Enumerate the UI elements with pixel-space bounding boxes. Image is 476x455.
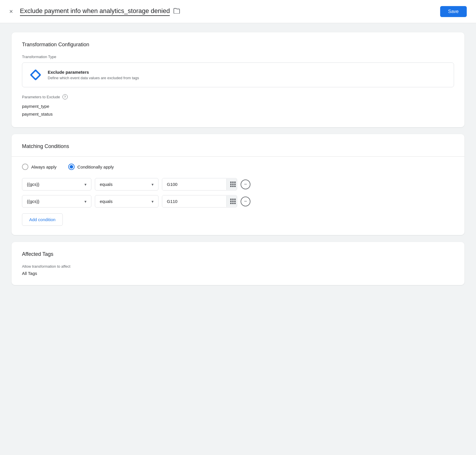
condition-row-1: {{gcs}} ▾ equals ▾ − [22,178,454,190]
all-tags-value: All Tags [22,271,454,276]
conditionally-apply-option[interactable]: Conditionally apply [68,164,114,170]
always-apply-label: Always apply [31,164,57,169]
header: × Exclude payment info when analytics_st… [0,0,476,23]
always-apply-option[interactable]: Always apply [22,164,57,170]
chevron-down-icon-4: ▾ [152,199,154,204]
main-content: Transformation Configuration Transformat… [0,23,476,294]
grid-icon-2 [230,199,236,204]
transformation-type-label: Transformation Type [22,55,454,59]
params-label-row: Parameters to Exclude ? [22,94,454,99]
variable-select-1[interactable]: {{gcs}} ▾ [22,178,91,190]
variable-value-1: {{gcs}} [27,182,39,187]
header-title-container: Exclude payment info when analytics_stor… [20,7,440,16]
help-icon[interactable]: ? [62,94,68,99]
param-payment-type: payment_type [22,102,454,110]
grid-button-2[interactable] [226,196,237,207]
conditionally-apply-label: Conditionally apply [78,164,114,169]
value-input-wrapper-2 [162,195,237,208]
diamond-icon [29,69,42,81]
value-input-1[interactable] [162,178,226,190]
type-desc: Define which event data values are exclu… [48,76,139,80]
matching-conditions-title: Matching Conditions [22,143,454,149]
save-button[interactable]: Save [440,6,467,17]
operator-select-2[interactable]: equals ▾ [95,195,158,208]
affected-tags-card: Affected Tags Allow transformation to af… [12,242,464,285]
transformation-type-box: Exclude parameters Define which event da… [22,62,454,87]
transformation-config-title: Transformation Configuration [22,42,454,48]
page-title: Exclude payment info when analytics_stor… [20,7,170,16]
variable-value-2: {{gcs}} [27,199,39,204]
affected-tags-title: Affected Tags [22,251,454,257]
condition-row-2: {{gcs}} ▾ equals ▾ − [22,195,454,208]
radio-row: Always apply Conditionally apply [22,164,454,170]
chevron-down-icon-1: ▾ [84,182,86,187]
remove-condition-1[interactable]: − [241,180,250,189]
always-apply-radio[interactable] [22,164,28,170]
grid-icon-1 [230,182,236,187]
folder-icon[interactable] [173,8,180,15]
params-to-exclude-label: Parameters to Exclude [22,95,60,99]
variable-select-2[interactable]: {{gcs}} ▾ [22,195,91,208]
chevron-down-icon-2: ▾ [152,182,154,187]
operator-value-2: equals [100,199,112,204]
add-condition-button[interactable]: Add condition [22,213,63,226]
transformation-type-text: Exclude parameters Define which event da… [48,70,139,80]
operator-value-1: equals [100,182,112,187]
grid-button-1[interactable] [226,179,237,190]
chevron-down-icon-3: ▾ [84,199,86,204]
value-input-2[interactable] [162,195,226,207]
conditionally-apply-radio[interactable] [68,164,75,170]
operator-select-1[interactable]: equals ▾ [95,178,158,190]
value-input-wrapper-1 [162,178,237,190]
remove-condition-2[interactable]: − [241,197,250,206]
allow-label: Allow transformation to affect [22,264,454,269]
matching-conditions-card: Matching Conditions Always apply Conditi… [12,134,464,235]
divider [12,156,464,157]
type-name: Exclude parameters [48,70,139,75]
param-payment-status: payment_status [22,110,454,118]
transformation-config-card: Transformation Configuration Transformat… [12,32,464,127]
close-button[interactable]: × [9,8,13,15]
